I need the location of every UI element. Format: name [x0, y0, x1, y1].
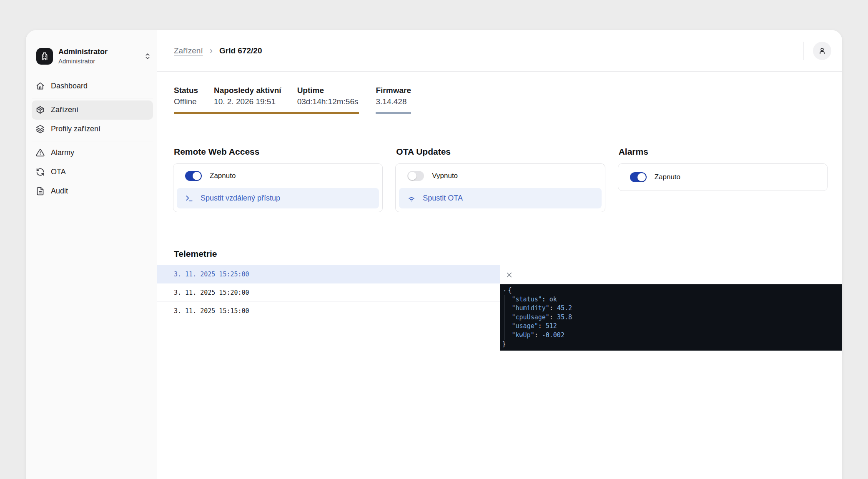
sidebar: Administrator Administrator Dashboard Za…	[26, 30, 157, 479]
telemetry-panel: 3. 11. 2025 15:25:00 3. 11. 2025 15:20:0…	[157, 265, 842, 351]
stats-group: Status Offline Naposledy aktivní 10. 2. …	[174, 86, 359, 114]
sidebar-item-label: Dashboard	[51, 82, 88, 90]
stat-last-active: Naposledy aktivní 10. 2. 2026 19:51	[214, 86, 281, 106]
ota-updates-card: Vypnuto Spustit OTA	[395, 163, 605, 212]
account-role: Administrator	[58, 58, 108, 65]
card-title: Remote Web Access	[174, 147, 383, 157]
sidebar-item-label: Alarmy	[51, 148, 74, 157]
start-ota-button[interactable]: Spustit OTA	[399, 188, 601, 208]
control-cards: Remote Web Access Zapnuto Spustit vzdále…	[173, 147, 828, 212]
alarms-section: Alarms Zapnuto	[618, 147, 828, 191]
sidebar-item-label: Audit	[51, 187, 68, 196]
sidebar-item-label: Zařízení	[51, 105, 78, 114]
toggle-label: Zapnuto	[210, 172, 236, 180]
sidebar-item-ota[interactable]: OTA	[32, 163, 153, 182]
package-icon	[36, 105, 45, 114]
sidebar-item-label: Profily zařízení	[51, 125, 100, 133]
account-switcher[interactable]: Administrator Administrator	[32, 48, 153, 65]
user-menu-button[interactable]	[813, 42, 831, 60]
ota-toggle[interactable]	[407, 171, 424, 181]
json-entry: "kwUp": -0.002	[512, 331, 838, 340]
alarms-card: Zapnuto	[618, 163, 828, 191]
telemetry-row[interactable]: 3. 11. 2025 15:15:00	[157, 302, 500, 320]
file-text-icon	[36, 187, 45, 196]
sidebar-item-alarmy[interactable]: Alarmy	[32, 143, 153, 163]
terminal-icon	[185, 194, 193, 203]
chevrons-up-down-icon	[144, 53, 151, 60]
building-icon	[40, 52, 49, 61]
stat-status: Status Offline	[174, 86, 198, 106]
telemetry-detail: ▾ { "status": ok "humidity": 45.2 "cpuUs…	[500, 265, 843, 351]
json-entry: "humidity": 45.2	[512, 304, 838, 313]
breadcrumb-parent-link[interactable]: Zařízení	[174, 46, 203, 55]
main-area: Zařízení › Grid 672/20 Status Offline	[157, 30, 842, 479]
sidebar-item-label: OTA	[51, 168, 66, 176]
wifi-icon	[407, 194, 416, 203]
topbar-divider	[803, 42, 804, 60]
stat-firmware: Firmware 3.14.428	[376, 86, 411, 114]
json-entry: "status": ok	[512, 295, 838, 304]
json-entry: "usage": 512	[512, 322, 838, 331]
nav-divider	[32, 141, 153, 141]
remote-web-access-card: Zapnuto Spustit vzdálený přístup	[173, 163, 383, 212]
json-viewer: ▾ { "status": ok "humidity": 45.2 "cpuUs…	[500, 284, 843, 351]
org-avatar	[36, 48, 53, 65]
sidebar-item-profily-zarizeni[interactable]: Profily zařízení	[32, 120, 153, 139]
alert-triangle-icon	[36, 148, 45, 157]
telemetry-row[interactable]: 3. 11. 2025 15:20:00	[157, 283, 500, 302]
action-label: Spustit vzdálený přístup	[201, 194, 280, 203]
close-icon	[506, 271, 513, 278]
user-icon	[818, 47, 826, 55]
remote-web-access-section: Remote Web Access Zapnuto Spustit vzdále…	[173, 147, 383, 212]
sidebar-item-audit[interactable]: Audit	[32, 182, 153, 201]
sidebar-item-dashboard[interactable]: Dashboard	[32, 77, 153, 96]
action-label: Spustit OTA	[423, 194, 463, 203]
page-content: Status Offline Naposledy aktivní 10. 2. …	[157, 72, 842, 479]
json-entry: "cpuUsage": 35.8	[512, 313, 838, 322]
refresh-icon	[36, 168, 45, 176]
account-name: Administrator	[58, 48, 108, 57]
device-stats: Status Offline Naposledy aktivní 10. 2. …	[174, 86, 825, 114]
close-detail-button[interactable]	[504, 270, 514, 280]
start-remote-access-button[interactable]: Spustit vzdálený přístup	[177, 188, 379, 208]
telemetry-title: Telemetrie	[174, 249, 842, 259]
layers-icon	[36, 125, 45, 133]
status-value: Offline	[174, 97, 198, 106]
home-icon	[36, 82, 45, 90]
stat-uptime: Uptime 03d:14h:12m:56s	[297, 86, 359, 106]
breadcrumb-current: Grid 672/20	[219, 46, 262, 55]
card-title: Alarms	[619, 147, 828, 157]
nav-divider	[32, 98, 153, 98]
card-title: OTA Updates	[396, 147, 605, 157]
telemetry-row[interactable]: 3. 11. 2025 15:25:00	[157, 265, 500, 283]
telemetry-list: 3. 11. 2025 15:25:00 3. 11. 2025 15:20:0…	[157, 265, 500, 320]
chevron-right-icon: ›	[210, 45, 213, 56]
topbar: Zařízení › Grid 672/20	[157, 30, 842, 72]
ota-updates-section: OTA Updates Vypnuto Spustit OTA	[395, 147, 605, 212]
toggle-label: Vypnuto	[432, 172, 458, 180]
app-window: Administrator Administrator Dashboard Za…	[26, 30, 842, 479]
alarms-toggle[interactable]	[630, 172, 647, 182]
collapse-caret-icon[interactable]: ▾	[502, 286, 508, 295]
sidebar-nav: Dashboard Zařízení Profily zařízení	[32, 77, 153, 201]
sidebar-item-zarizeni[interactable]: Zařízení	[32, 100, 153, 120]
toggle-label: Zapnuto	[655, 173, 680, 181]
remote-access-toggle[interactable]	[185, 171, 202, 181]
